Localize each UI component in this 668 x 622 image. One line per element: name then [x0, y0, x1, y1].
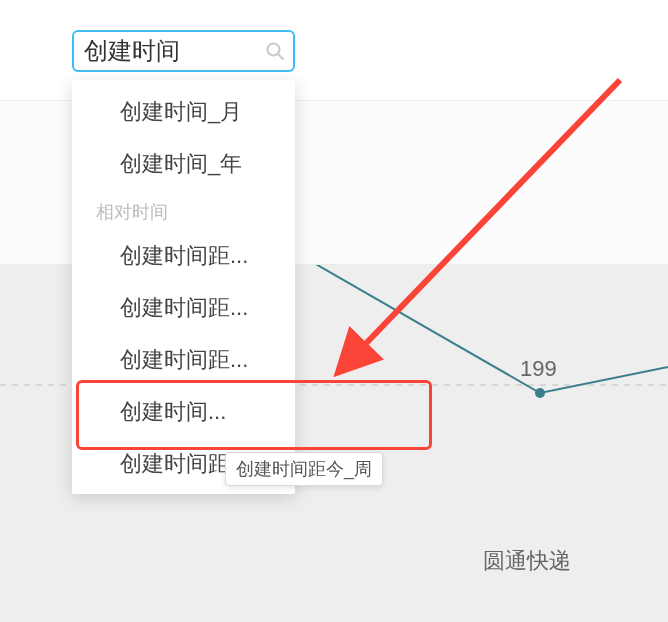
dropdown-item[interactable]: 创建时间_年: [72, 138, 295, 190]
dropdown-panel: 创建时间_月 创建时间_年 相对时间 创建时间距... 创建时间距... 创建时…: [72, 80, 295, 494]
data-point-label: 199: [520, 356, 557, 382]
svg-point-1: [535, 388, 545, 398]
search-input[interactable]: [84, 37, 257, 65]
dropdown-item[interactable]: 创建时间距...: [72, 282, 295, 334]
dropdown-item[interactable]: 创建时间距...: [72, 230, 295, 282]
dropdown-item[interactable]: 创建时间_月: [72, 86, 295, 138]
tooltip: 创建时间距今_周: [225, 452, 383, 486]
search-icon: [265, 41, 285, 61]
dropdown-item-highlighted[interactable]: 创建时间距...: [72, 334, 295, 386]
dropdown-group-label: 相对时间: [72, 190, 295, 230]
svg-line-3: [278, 54, 283, 59]
dropdown-item[interactable]: 创建时间...: [72, 386, 295, 438]
search-input-container[interactable]: [72, 30, 295, 72]
x-axis-category-label: 圆通快递: [483, 546, 571, 576]
